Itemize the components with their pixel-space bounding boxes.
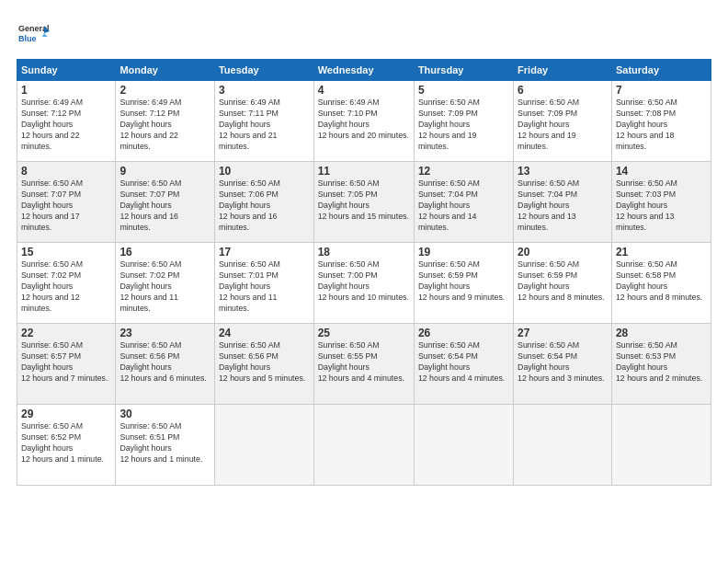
day-number: 2 <box>119 84 210 97</box>
day-number: 18 <box>318 246 410 259</box>
calendar-cell: 18Sunrise: 6:50 AMSunset: 7:00 PMDayligh… <box>313 243 414 324</box>
day-number: 11 <box>318 165 410 178</box>
calendar-cell: 29Sunrise: 6:50 AMSunset: 6:52 PMDayligh… <box>17 405 116 486</box>
day-number: 28 <box>616 327 707 339</box>
day-detail: Sunrise: 6:50 AMSunset: 6:55 PMDaylight … <box>318 340 410 385</box>
calendar-cell: 15Sunrise: 6:50 AMSunset: 7:02 PMDayligh… <box>17 243 116 324</box>
calendar-cell: 9Sunrise: 6:50 AMSunset: 7:07 PMDaylight… <box>116 162 215 243</box>
day-detail: Sunrise: 6:50 AMSunset: 7:04 PMDaylight … <box>418 178 509 233</box>
day-number: 9 <box>119 165 210 178</box>
calendar-cell <box>514 405 612 486</box>
day-detail: Sunrise: 6:50 AMSunset: 7:05 PMDaylight … <box>318 178 410 223</box>
day-detail: Sunrise: 6:50 AMSunset: 7:06 PMDaylight … <box>219 178 310 233</box>
day-detail: Sunrise: 6:49 AMSunset: 7:10 PMDaylight … <box>318 98 410 142</box>
calendar-cell: 26Sunrise: 6:50 AMSunset: 6:54 PMDayligh… <box>414 324 513 405</box>
calendar-cell: 10Sunrise: 6:50 AMSunset: 7:06 PMDayligh… <box>214 162 313 243</box>
day-number: 12 <box>418 165 509 178</box>
calendar-cell: 7Sunrise: 6:50 AMSunset: 7:08 PMDaylight… <box>611 81 711 162</box>
day-number: 7 <box>616 84 707 97</box>
day-detail: Sunrise: 6:49 AMSunset: 7:11 PMDaylight … <box>219 98 310 152</box>
day-detail: Sunrise: 6:50 AMSunset: 6:59 PMDaylight … <box>418 259 509 304</box>
day-number: 23 <box>119 327 210 339</box>
day-number: 21 <box>616 246 707 259</box>
calendar-cell: 16Sunrise: 6:50 AMSunset: 7:02 PMDayligh… <box>116 243 215 324</box>
logo: General Blue <box>17 17 50 50</box>
calendar-cell: 23Sunrise: 6:50 AMSunset: 6:56 PMDayligh… <box>116 324 215 405</box>
calendar-cell: 30Sunrise: 6:50 AMSunset: 6:51 PMDayligh… <box>116 405 215 486</box>
day-detail: Sunrise: 6:50 AMSunset: 6:54 PMDaylight … <box>518 340 608 385</box>
day-number: 6 <box>518 84 608 97</box>
day-detail: Sunrise: 6:50 AMSunset: 7:09 PMDaylight … <box>518 98 608 152</box>
calendar-week-row: 1Sunrise: 6:49 AMSunset: 7:12 PMDaylight… <box>17 81 711 162</box>
day-number: 24 <box>219 327 310 339</box>
weekday-header-thursday: Thursday <box>414 60 513 81</box>
svg-marker-3 <box>42 33 48 37</box>
calendar-cell <box>214 405 313 486</box>
day-detail: Sunrise: 6:50 AMSunset: 7:01 PMDaylight … <box>219 259 310 314</box>
calendar-cell: 20Sunrise: 6:50 AMSunset: 6:59 PMDayligh… <box>514 243 612 324</box>
day-number: 13 <box>518 165 608 178</box>
header: General Blue <box>17 17 711 50</box>
weekday-header-monday: Monday <box>116 60 215 81</box>
day-detail: Sunrise: 6:50 AMSunset: 7:08 PMDaylight … <box>616 98 707 152</box>
calendar-cell: 2Sunrise: 6:49 AMSunset: 7:12 PMDaylight… <box>116 81 215 162</box>
calendar-cell <box>414 405 513 486</box>
day-number: 29 <box>21 408 111 420</box>
calendar-cell: 21Sunrise: 6:50 AMSunset: 6:58 PMDayligh… <box>611 243 711 324</box>
day-detail: Sunrise: 6:50 AMSunset: 6:53 PMDaylight … <box>616 340 707 385</box>
day-detail: Sunrise: 6:50 AMSunset: 7:00 PMDaylight … <box>318 259 410 304</box>
day-detail: Sunrise: 6:50 AMSunset: 7:07 PMDaylight … <box>119 178 210 233</box>
day-detail: Sunrise: 6:50 AMSunset: 6:56 PMDaylight … <box>219 340 310 385</box>
calendar-cell: 28Sunrise: 6:50 AMSunset: 6:53 PMDayligh… <box>611 324 711 405</box>
day-detail: Sunrise: 6:50 AMSunset: 7:09 PMDaylight … <box>418 98 509 152</box>
calendar-cell: 6Sunrise: 6:50 AMSunset: 7:09 PMDaylight… <box>514 81 612 162</box>
calendar-cell: 17Sunrise: 6:50 AMSunset: 7:01 PMDayligh… <box>214 243 313 324</box>
weekday-header-row: SundayMondayTuesdayWednesdayThursdayFrid… <box>17 60 711 81</box>
calendar-cell: 1Sunrise: 6:49 AMSunset: 7:12 PMDaylight… <box>17 81 116 162</box>
svg-text:Blue: Blue <box>18 34 37 43</box>
day-number: 3 <box>219 84 310 97</box>
day-number: 22 <box>21 327 111 339</box>
weekday-header-wednesday: Wednesday <box>313 60 414 81</box>
day-number: 8 <box>21 165 111 178</box>
day-number: 20 <box>518 246 608 259</box>
day-detail: Sunrise: 6:50 AMSunset: 7:04 PMDaylight … <box>518 178 608 233</box>
weekday-header-friday: Friday <box>514 60 612 81</box>
calendar-week-row: 15Sunrise: 6:50 AMSunset: 7:02 PMDayligh… <box>17 243 711 324</box>
calendar-cell <box>611 405 711 486</box>
day-detail: Sunrise: 6:50 AMSunset: 7:03 PMDaylight … <box>616 178 707 233</box>
calendar-table: SundayMondayTuesdayWednesdayThursdayFrid… <box>17 59 711 486</box>
day-number: 14 <box>616 165 707 178</box>
calendar-cell: 11Sunrise: 6:50 AMSunset: 7:05 PMDayligh… <box>313 162 414 243</box>
day-detail: Sunrise: 6:50 AMSunset: 6:56 PMDaylight … <box>119 340 210 385</box>
weekday-header-sunday: Sunday <box>17 60 116 81</box>
calendar-cell <box>313 405 414 486</box>
day-number: 19 <box>418 246 509 259</box>
day-detail: Sunrise: 6:50 AMSunset: 7:02 PMDaylight … <box>21 259 111 314</box>
calendar-cell: 27Sunrise: 6:50 AMSunset: 6:54 PMDayligh… <box>514 324 612 405</box>
calendar-week-row: 29Sunrise: 6:50 AMSunset: 6:52 PMDayligh… <box>17 405 711 486</box>
calendar-cell: 4Sunrise: 6:49 AMSunset: 7:10 PMDaylight… <box>313 81 414 162</box>
day-detail: Sunrise: 6:50 AMSunset: 6:54 PMDaylight … <box>418 340 509 385</box>
day-number: 1 <box>21 84 111 97</box>
day-number: 5 <box>418 84 509 97</box>
day-detail: Sunrise: 6:50 AMSunset: 6:57 PMDaylight … <box>21 340 111 385</box>
calendar-cell: 25Sunrise: 6:50 AMSunset: 6:55 PMDayligh… <box>313 324 414 405</box>
weekday-header-tuesday: Tuesday <box>214 60 313 81</box>
day-detail: Sunrise: 6:50 AMSunset: 7:07 PMDaylight … <box>21 178 111 233</box>
page: General Blue SundayMondayTuesdayWednesda… <box>0 0 728 563</box>
day-number: 27 <box>518 327 608 339</box>
calendar-cell: 22Sunrise: 6:50 AMSunset: 6:57 PMDayligh… <box>17 324 116 405</box>
day-number: 15 <box>21 246 111 259</box>
day-detail: Sunrise: 6:50 AMSunset: 6:51 PMDaylight … <box>119 421 210 465</box>
day-number: 17 <box>219 246 310 259</box>
day-detail: Sunrise: 6:50 AMSunset: 6:52 PMDaylight … <box>21 421 111 465</box>
calendar-cell: 14Sunrise: 6:50 AMSunset: 7:03 PMDayligh… <box>611 162 711 243</box>
day-number: 26 <box>418 327 509 339</box>
day-number: 4 <box>318 84 410 97</box>
day-detail: Sunrise: 6:49 AMSunset: 7:12 PMDaylight … <box>21 98 111 152</box>
calendar-week-row: 8Sunrise: 6:50 AMSunset: 7:07 PMDaylight… <box>17 162 711 243</box>
calendar-cell: 3Sunrise: 6:49 AMSunset: 7:11 PMDaylight… <box>214 81 313 162</box>
day-detail: Sunrise: 6:50 AMSunset: 7:02 PMDaylight … <box>119 259 210 314</box>
day-number: 25 <box>318 327 410 339</box>
